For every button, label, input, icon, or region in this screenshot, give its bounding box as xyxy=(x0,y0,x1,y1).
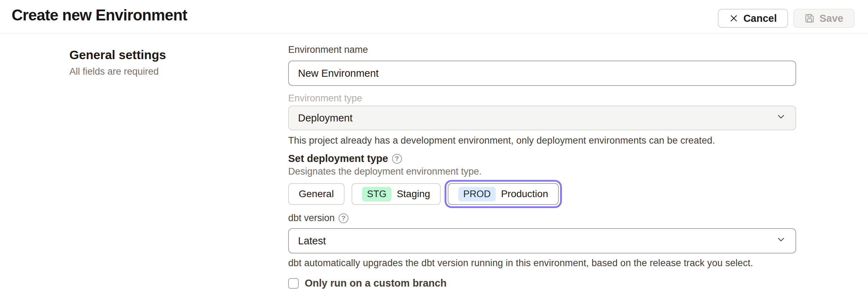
save-button-label: Save xyxy=(819,13,843,24)
deployment-type-description: Designates the deployment environment ty… xyxy=(288,166,482,177)
option-label: Production xyxy=(501,188,548,200)
page-header: Create new Environment Cancel Save xyxy=(0,0,868,34)
option-label: Staging xyxy=(397,188,430,200)
deployment-type-option-staging[interactable]: STG Staging xyxy=(352,183,441,205)
custom-branch-row: Only run on a custom branch xyxy=(288,277,447,289)
deployment-type-option-production[interactable]: PROD Production xyxy=(448,183,559,205)
save-button[interactable]: Save xyxy=(793,9,855,28)
staging-badge: STG xyxy=(362,187,392,201)
general-settings-heading: General settings xyxy=(69,48,166,62)
chevron-down-icon xyxy=(776,234,786,248)
dbt-version-select[interactable]: Latest xyxy=(288,228,796,253)
page-title: Create new Environment xyxy=(12,6,187,24)
environment-type-value: Deployment xyxy=(298,112,353,124)
environment-type-helper: This project already has a development e… xyxy=(288,135,715,146)
option-label: General xyxy=(299,188,334,200)
save-icon xyxy=(805,13,814,23)
cancel-button[interactable]: Cancel xyxy=(718,9,788,28)
help-icon[interactable]: ? xyxy=(392,154,402,164)
environment-name-input[interactable] xyxy=(288,61,796,86)
chevron-down-icon xyxy=(776,112,786,125)
custom-branch-checkbox[interactable] xyxy=(288,278,299,289)
environment-type-select[interactable]: Deployment xyxy=(288,106,796,130)
cancel-button-label: Cancel xyxy=(743,13,777,24)
environment-type-label: Environment type xyxy=(288,93,362,104)
production-badge: PROD xyxy=(458,187,496,201)
general-settings-subheading: All fields are required xyxy=(69,66,159,77)
help-icon[interactable]: ? xyxy=(339,213,348,223)
header-actions: Cancel Save xyxy=(718,9,855,28)
deployment-type-options: General STG Staging PROD Production xyxy=(288,183,559,205)
dbt-version-helper: dbt automatically upgrades the dbt versi… xyxy=(288,258,753,269)
dbt-version-value: Latest xyxy=(298,235,326,247)
deployment-type-option-general[interactable]: General xyxy=(288,183,345,205)
custom-branch-label: Only run on a custom branch xyxy=(305,277,447,289)
environment-name-label: Environment name xyxy=(288,44,368,55)
dbt-version-label: dbt version ? xyxy=(288,213,348,224)
deployment-type-label: Set deployment type ? xyxy=(288,153,402,164)
close-icon xyxy=(729,14,738,23)
